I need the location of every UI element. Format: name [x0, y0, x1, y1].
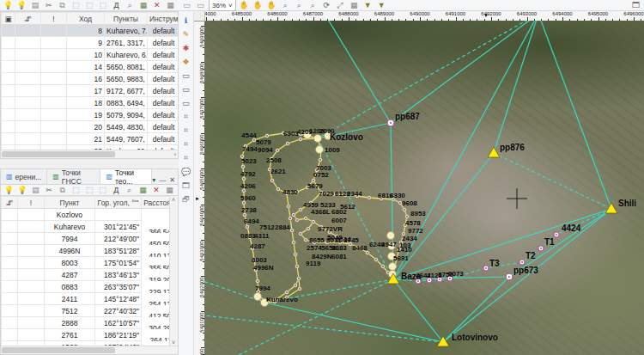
- zoom-level-select[interactable]: 36%˅: [209, 0, 236, 11]
- raster-icon[interactable]: ▦: [349, 0, 360, 10]
- search-icon[interactable]: ⌕: [124, 185, 135, 195]
- station-triangle-shili[interactable]: [605, 203, 617, 213]
- symbols-icon[interactable]: ✱: [180, 42, 192, 53]
- zoom-window-icon[interactable]: ⌕: [280, 0, 291, 10]
- table-row[interactable]: 165650, 9883, ...default: [2, 73, 179, 85]
- table-row[interactable]: 145650, 8081, ...default: [2, 61, 179, 73]
- grid-4-icon[interactable]: ⌗: [180, 152, 192, 163]
- copy-icon[interactable]: ⧉: [57, 185, 68, 195]
- scroll-right-icon[interactable]: ›: [174, 151, 176, 157]
- select-poly-icon[interactable]: ⬚: [84, 185, 95, 195]
- window-icon[interactable]: 🗔: [180, 180, 192, 191]
- panel-close-icon[interactable]: ✕: [169, 176, 175, 184]
- tab-gnss-folder[interactable]: ▥Точки ГНСС: [47, 169, 100, 184]
- table-settings-icon[interactable]: ▦: [138, 0, 149, 10]
- gnss-point[interactable]: [389, 263, 397, 271]
- pan-realtime-icon[interactable]: ✋: [252, 0, 264, 10]
- cut-icon[interactable]: ✂: [44, 185, 55, 195]
- window-restore-icon[interactable]: 🗖: [630, 0, 641, 10]
- font-icon[interactable]: Д: [111, 185, 122, 195]
- zoom-in-icon[interactable]: ⌕: [294, 0, 305, 10]
- cut-icon[interactable]: ✂: [43, 0, 54, 10]
- col-hod[interactable]: Ход: [67, 13, 105, 25]
- fit-view-icon[interactable]: ▭: [181, 0, 192, 10]
- gnss-vector[interactable]: [494, 21, 538, 153]
- select-rect-icon[interactable]: ⬚: [70, 0, 82, 10]
- filter-icon[interactable]: ▼: [362, 0, 374, 10]
- table-row[interactable]: 10Kuharevo, 6...default: [2, 49, 179, 61]
- bulb-yellow-icon[interactable]: 💡: [17, 185, 28, 195]
- table-row[interactable]: 2761186°21'19"264,111: [2, 329, 178, 341]
- filter-2-icon[interactable]: ▼: [376, 0, 387, 10]
- table-row[interactable]: 0883263°35'07"229,173: [2, 281, 178, 293]
- table-row[interactable]: 215449, 7607, ...default: [2, 133, 179, 145]
- gnss-vector[interactable]: [391, 21, 538, 123]
- table-row[interactable]: 7512227°40'32"412,508: [2, 305, 178, 317]
- table-row[interactable]: Kuharevo301°21'45"366,549: [2, 221, 178, 233]
- search-icon[interactable]: ⌕: [125, 0, 136, 10]
- refresh-icon[interactable]: ⟳: [321, 0, 332, 10]
- points-vscrollbar[interactable]: ˄ ˅: [169, 196, 178, 346]
- table-row[interactable]: 8003175°01'54"355,509: [2, 257, 178, 269]
- bulb-blue-icon[interactable]: 💡: [3, 0, 14, 10]
- select-rect-icon[interactable]: ▭: [180, 70, 192, 81]
- windows-icon[interactable]: 🗗: [180, 193, 192, 205]
- select-poly-icon[interactable]: ⬚: [84, 0, 95, 10]
- select-window-icon[interactable]: ▭: [180, 83, 192, 95]
- grid-2-icon[interactable]: ⌗: [180, 125, 192, 136]
- paste-icon[interactable]: ▤: [30, 0, 41, 10]
- copy-icon[interactable]: ⧉: [57, 0, 68, 10]
- col-point[interactable]: Пункт: [45, 197, 95, 209]
- select-free-icon[interactable]: ⬚: [97, 0, 108, 10]
- tab-table[interactable]: ▥ерени...: [1, 169, 47, 184]
- bulb-blue-icon[interactable]: 💡: [3, 185, 15, 195]
- paste-icon[interactable]: ▤: [30, 185, 41, 195]
- table-row[interactable]: 205449, 4830, ...default: [2, 121, 179, 133]
- info-icon[interactable]: ℹ: [180, 15, 192, 26]
- scroll-down-icon[interactable]: ˅: [172, 340, 175, 346]
- table-row[interactable]: Kozlovo: [2, 209, 178, 221]
- col-points[interactable]: Пункты: [105, 13, 148, 25]
- grid-3-icon[interactable]: ⌗: [180, 138, 192, 150]
- layers-icon[interactable]: ❖: [180, 56, 192, 67]
- grid-icon[interactable]: ▦: [164, 185, 175, 195]
- gnss-vector[interactable]: [204, 315, 443, 342]
- close-icon[interactable]: ✕: [151, 0, 162, 10]
- table-settings-icon[interactable]: ▦: [137, 185, 149, 195]
- font-icon[interactable]: Д: [111, 0, 122, 10]
- gnss-point[interactable]: [387, 232, 395, 240]
- points-hscrollbar[interactable]: [1, 346, 178, 354]
- tab-theo-points[interactable]: ▥Точки тео...: [100, 168, 152, 184]
- table-row[interactable]: 2411145°12'48"254,134: [2, 293, 178, 305]
- table-row[interactable]: 180883, 6494, ...default: [2, 97, 179, 109]
- grid-icon[interactable]: ▦: [165, 0, 176, 10]
- edit-points-icon[interactable]: ✎: [180, 28, 192, 40]
- select-rect-icon[interactable]: ⬚: [70, 185, 82, 195]
- pan-page-icon[interactable]: ✋: [266, 0, 277, 10]
- table-row[interactable]: 195079, 9094, ...default: [2, 109, 179, 121]
- table-row[interactable]: 8Kuharevo, 7...default: [2, 25, 179, 37]
- pan-icon[interactable]: ✋: [239, 0, 250, 10]
- table-row[interactable]: 92761, 3317, ...default: [2, 37, 179, 49]
- table-row[interactable]: 4287183°46'13"319,202: [2, 269, 178, 281]
- prev-view-icon[interactable]: ▭: [195, 0, 206, 10]
- close-icon[interactable]: ✕: [151, 185, 162, 195]
- grid-1-icon[interactable]: ⌗: [180, 111, 192, 122]
- col-instrument[interactable]: Инструмен: [148, 13, 179, 25]
- zoom-extents-icon[interactable]: ⤢: [335, 0, 346, 10]
- gnss-point[interactable]: [314, 135, 322, 143]
- map-view[interactable]: 4544507974949094502325084792262142064830…: [204, 21, 644, 355]
- gnss-vector[interactable]: [325, 21, 391, 123]
- table-row[interactable]: 179172, 6677, ...default: [2, 85, 179, 97]
- gnss-vector[interactable]: [538, 21, 611, 209]
- gnss-vector[interactable]: [443, 209, 611, 342]
- station-triangle-pp876[interactable]: [488, 147, 500, 157]
- table-row[interactable]: 7994212°49'00"450,500: [2, 233, 178, 245]
- bulb-yellow-icon[interactable]: 💡: [16, 0, 27, 10]
- table-row[interactable]: 4996N183°51'28"410,134: [2, 245, 178, 257]
- comment-icon[interactable]: 💬: [180, 166, 192, 177]
- panel-menu-icon[interactable]: ▾: [152, 176, 155, 184]
- col-angle[interactable]: Гор. угол, °'": [94, 197, 141, 209]
- select-cut-icon[interactable]: ▭: [180, 97, 192, 108]
- panel-minimize-icon[interactable]: —: [159, 176, 166, 184]
